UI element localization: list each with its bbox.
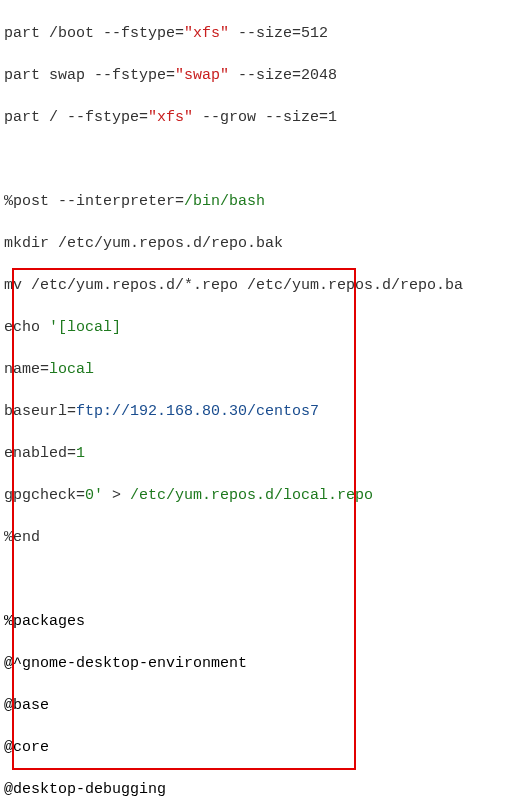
- code-editor[interactable]: part /boot --fstype="xfs" --size=512 par…: [0, 0, 517, 806]
- code-text: >: [103, 487, 130, 504]
- code-text: name=: [4, 361, 49, 378]
- code-line: @base: [4, 695, 517, 716]
- blank-line: [4, 149, 517, 170]
- code-line: echo '[local]: [4, 317, 517, 338]
- code-line: @core: [4, 737, 517, 758]
- code-line: %packages: [4, 611, 517, 632]
- path: /etc/yum.repos.d/local.repo: [130, 487, 373, 504]
- code-text: @core: [4, 739, 49, 756]
- code-text: enabled=: [4, 445, 76, 462]
- code-line: %post --interpreter=/bin/bash: [4, 191, 517, 212]
- code-text: --size=2048: [229, 67, 337, 84]
- code-text: --size=512: [229, 25, 328, 42]
- code-text: part /boot --fstype=: [4, 25, 184, 42]
- code-line: baseurl=ftp://192.168.80.30/centos7: [4, 401, 517, 422]
- path: /bin/bash: [184, 193, 265, 210]
- code-text: echo: [4, 319, 49, 336]
- code-line: %end: [4, 527, 517, 548]
- code-line: part / --fstype="xfs" --grow --size=1: [4, 107, 517, 128]
- code-line: gpgcheck=0' > /etc/yum.repos.d/local.rep…: [4, 485, 517, 506]
- code-line: name=local: [4, 359, 517, 380]
- code-text: mv /etc/yum.repos.d/*.repo /etc/yum.repo…: [4, 277, 463, 294]
- code-text: part swap --fstype=: [4, 67, 175, 84]
- string-literal: "xfs": [148, 109, 193, 126]
- value: local: [49, 361, 94, 378]
- blank-line: [4, 569, 517, 590]
- code-text: %post --interpreter=: [4, 193, 184, 210]
- code-text: --grow --size=1: [193, 109, 337, 126]
- code-line: part /boot --fstype="xfs" --size=512: [4, 23, 517, 44]
- code-line: mv /etc/yum.repos.d/*.repo /etc/yum.repo…: [4, 275, 517, 296]
- code-text: gpgcheck=: [4, 487, 85, 504]
- value: 0': [85, 487, 103, 504]
- code-text: @base: [4, 697, 49, 714]
- code-line: part swap --fstype="swap" --size=2048: [4, 65, 517, 86]
- value: 1: [76, 445, 85, 462]
- code-text: baseurl=: [4, 403, 76, 420]
- string-literal: "xfs": [184, 25, 229, 42]
- code-line: mkdir /etc/yum.repos.d/repo.bak: [4, 233, 517, 254]
- code-text: @^gnome-desktop-environment: [4, 655, 247, 672]
- url: ftp://192.168.80.30/centos7: [76, 403, 319, 420]
- string-literal: "swap": [175, 67, 229, 84]
- code-line: enabled=1: [4, 443, 517, 464]
- code-text: part / --fstype=: [4, 109, 148, 126]
- code-text: %end: [4, 529, 40, 546]
- code-text: %packages: [4, 613, 85, 630]
- string-literal: '[local]: [49, 319, 121, 336]
- code-line: @^gnome-desktop-environment: [4, 653, 517, 674]
- code-text: @desktop-debugging: [4, 781, 166, 798]
- code-text: mkdir /etc/yum.repos.d/repo.bak: [4, 235, 283, 252]
- code-line: @desktop-debugging: [4, 779, 517, 800]
